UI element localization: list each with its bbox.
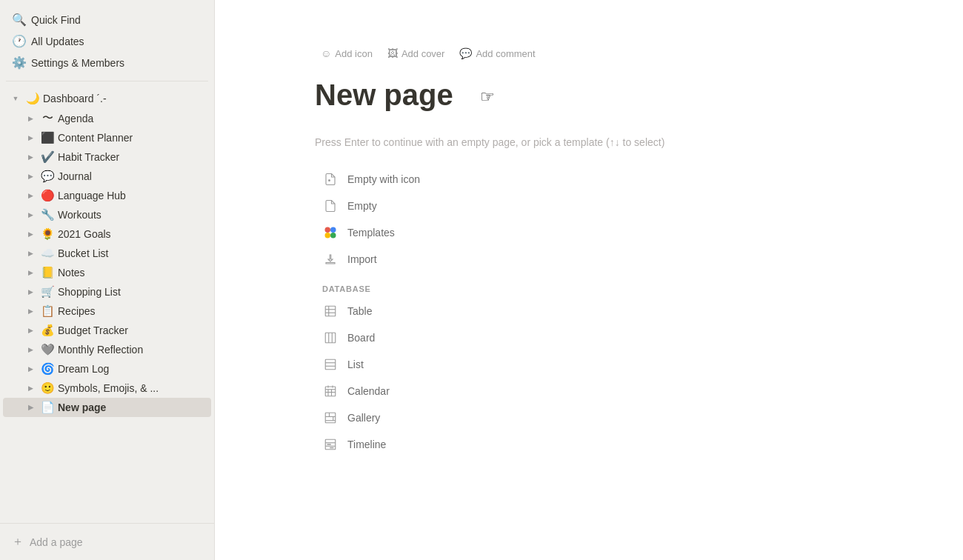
smiley-icon: ☺ <box>321 47 331 59</box>
sidebar-item-all-updates[interactable]: 🕐 All Updates <box>6 30 208 52</box>
list-icon <box>322 356 339 373</box>
add-page-button[interactable]: ＋ Add a page <box>6 530 208 554</box>
monthly-reflection-icon: 🩶 <box>40 343 55 356</box>
sidebar-item-symbols-emojis[interactable]: 🙂 Symbols, Emojis, & ... <box>3 379 211 398</box>
template-item-empty-with-icon[interactable]: Empty with icon <box>315 166 863 193</box>
gallery-icon <box>322 410 339 426</box>
plus-icon: ＋ <box>12 534 24 550</box>
chevron-right-icon <box>24 189 37 202</box>
sidebar-item-label: Dream Log <box>58 363 207 375</box>
sidebar-item-label: 2021 Goals <box>58 228 207 240</box>
database-item-calendar[interactable]: Calendar <box>315 378 863 404</box>
dream-log-icon: 🌀 <box>40 362 55 376</box>
journal-icon: 💬 <box>40 170 55 183</box>
sidebar-item-label: New page <box>58 401 207 413</box>
database-item-label: Table <box>347 305 372 317</box>
sidebar-item-content-planner[interactable]: ⬛ Content Planner <box>3 128 211 147</box>
chevron-right-icon <box>24 381 37 395</box>
page-actions: ☺ Add icon 🖼 Add cover 💬 Add comment <box>315 44 863 62</box>
add-page-label: Add a page <box>30 536 83 548</box>
sidebar-item-label: Shopping List <box>58 286 207 298</box>
add-cover-button[interactable]: 🖼 Add cover <box>381 44 451 62</box>
database-item-label: Calendar <box>347 385 390 397</box>
chevron-down-icon <box>9 92 22 105</box>
svg-rect-15 <box>325 387 336 396</box>
sidebar-item-language-hub[interactable]: 🔴 Language Hub <box>3 186 211 205</box>
database-item-table[interactable]: Table <box>315 298 863 324</box>
goals-icon: 🌻 <box>40 227 55 241</box>
sidebar-item-notes[interactable]: 📒 Notes <box>3 263 211 282</box>
sidebar-item-label: Agenda <box>58 113 207 124</box>
content-planner-icon: ⬛ <box>40 131 55 144</box>
template-label: Empty <box>347 200 377 212</box>
svg-point-2 <box>330 227 336 233</box>
page-title[interactable]: New page <box>315 77 863 113</box>
sidebar-item-workouts[interactable]: 🔧 Workouts <box>3 205 211 224</box>
svg-rect-12 <box>325 359 336 370</box>
sidebar-item-settings[interactable]: ⚙️ Settings & Members <box>6 52 208 73</box>
sidebar-item-journal[interactable]: 💬 Journal <box>3 167 211 186</box>
sidebar-item-agenda[interactable]: 〜 Agenda <box>3 108 211 128</box>
database-item-board[interactable]: Board <box>315 324 863 351</box>
sidebar-item-dream-log[interactable]: 🌀 Dream Log <box>3 359 211 379</box>
sidebar-item-2021-goals[interactable]: 🌻 2021 Goals <box>3 224 211 244</box>
template-item-templates[interactable]: Templates <box>315 219 863 246</box>
budget-tracker-icon: 💰 <box>40 324 55 337</box>
sidebar-item-label: Dashboard ´.- <box>43 93 207 104</box>
database-item-label: Board <box>347 332 375 344</box>
board-icon <box>322 330 339 346</box>
chevron-right-icon <box>24 304 37 318</box>
sidebar-item-budget-tracker[interactable]: 💰 Budget Tracker <box>3 321 211 340</box>
chevron-right-icon <box>24 401 37 414</box>
sidebar-item-label: Language Hub <box>58 190 207 201</box>
gear-icon: ⚙️ <box>12 56 25 70</box>
main-content: ☺ Add icon 🖼 Add cover 💬 Add comment New… <box>215 0 963 560</box>
template-label: Empty with icon <box>347 173 420 185</box>
svg-point-4 <box>330 233 336 239</box>
database-item-timeline[interactable]: Timeline <box>315 431 863 458</box>
sidebar-item-habit-tracker[interactable]: ✔️ Habit Tracker <box>3 147 211 167</box>
add-icon-label: Add icon <box>335 48 373 59</box>
sidebar-item-label: Content Planner <box>58 132 207 144</box>
timeline-icon <box>322 436 339 453</box>
database-list: Table Board <box>315 298 863 458</box>
add-icon-button[interactable]: ☺ Add icon <box>315 44 379 62</box>
chevron-right-icon <box>24 247 37 260</box>
sidebar-item-quick-find[interactable]: 🔍 Quick Find <box>6 9 208 30</box>
template-item-empty[interactable]: Empty <box>315 193 863 219</box>
sidebar-item-shopping-list[interactable]: 🛒 Shopping List <box>3 282 211 301</box>
svg-rect-9 <box>325 333 336 343</box>
habit-tracker-icon: ✔️ <box>40 150 55 164</box>
chevron-right-icon <box>24 285 37 299</box>
svg-point-3 <box>325 233 331 239</box>
quick-find-label: Quick Find <box>31 14 81 26</box>
sidebar-bottom: ＋ Add a page <box>0 523 214 560</box>
chevron-right-icon <box>24 208 37 221</box>
svg-point-0 <box>328 179 330 181</box>
template-list: Empty with icon Empty <box>315 166 863 273</box>
notes-icon: 📒 <box>40 266 55 279</box>
bucket-list-icon: ☁️ <box>40 247 55 260</box>
database-item-gallery[interactable]: Gallery <box>315 404 863 431</box>
sidebar-item-bucket-list[interactable]: ☁️ Bucket List <box>3 244 211 263</box>
page-area: ☺ Add icon 🖼 Add cover 💬 Add comment New… <box>256 0 922 517</box>
page-hint: Press Enter to continue with an empty pa… <box>315 136 863 148</box>
template-item-import[interactable]: Import <box>315 246 863 273</box>
recipes-icon: 📋 <box>40 304 55 318</box>
chevron-right-icon <box>24 170 37 183</box>
symbols-emojis-icon: 🙂 <box>40 381 55 395</box>
sidebar-item-label: Notes <box>58 267 207 279</box>
add-comment-button[interactable]: 💬 Add comment <box>453 44 541 62</box>
chevron-right-icon <box>24 227 37 241</box>
sidebar-item-new-page[interactable]: 📄 New page <box>3 398 211 417</box>
sidebar-item-recipes[interactable]: 📋 Recipes <box>3 301 211 321</box>
database-item-list[interactable]: List <box>315 351 863 378</box>
chevron-right-icon <box>24 131 37 144</box>
chevron-right-icon <box>24 150 37 164</box>
table-icon <box>322 303 339 319</box>
sidebar-item-monthly-reflection[interactable]: 🩶 Monthly Reflection <box>3 340 211 359</box>
sidebar-item-dashboard[interactable]: 🌙 Dashboard ´.- <box>3 89 211 108</box>
template-label: Templates <box>347 227 395 239</box>
clock-icon: 🕐 <box>12 34 25 48</box>
comment-icon: 💬 <box>459 47 472 59</box>
